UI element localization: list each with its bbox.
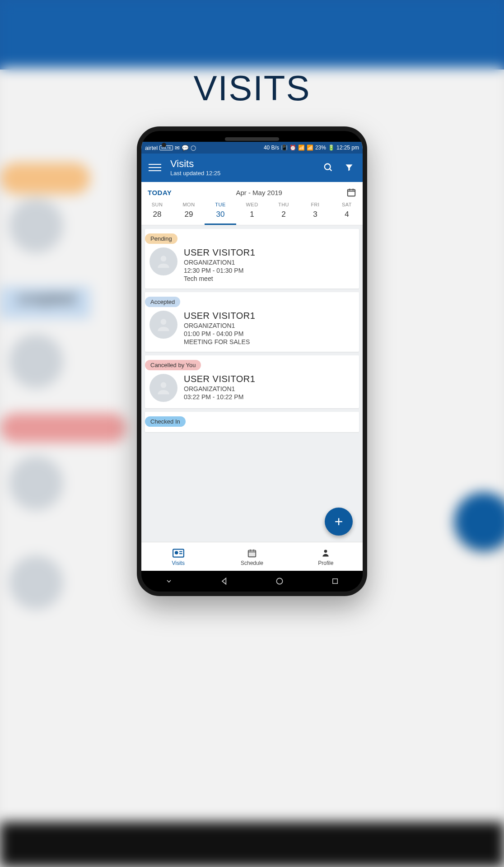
day-abbr: MON — [173, 202, 205, 207]
day-abbr: WED — [236, 202, 268, 207]
visit-card[interactable]: Checked In — [145, 412, 359, 432]
status-badge: Accepted — [145, 297, 180, 307]
day-number: 28 — [141, 210, 173, 219]
nav-recent-icon[interactable] — [329, 575, 341, 587]
svg-line-1 — [330, 168, 332, 171]
svg-point-18 — [324, 550, 327, 553]
battery-icon: 🔋 — [328, 144, 335, 151]
visit-purpose: MEETING FOR SALES — [184, 338, 355, 345]
bottom-tab-bar: Visits Schedule Profile — [141, 542, 363, 571]
svg-point-20 — [277, 578, 283, 584]
day-abbr: FRI — [299, 202, 331, 207]
visit-card[interactable]: Cancelled by You USER VISITOR1 ORGANIZAT… — [145, 355, 359, 408]
visit-card[interactable]: Pending USER VISITOR1 ORGANIZATION1 12:3… — [145, 229, 359, 289]
organization-name: ORGANIZATION1 — [184, 259, 355, 266]
svg-rect-21 — [333, 579, 338, 584]
day-sat[interactable]: SAT 4 — [331, 202, 363, 225]
visits-list[interactable]: Pending USER VISITOR1 ORGANIZATION1 12:3… — [141, 225, 363, 542]
day-number: 4 — [331, 210, 363, 219]
status-badge: Pending — [145, 233, 177, 244]
calendar-icon — [247, 547, 257, 559]
alarm-icon: ⏰ — [289, 144, 296, 151]
mail-icon: ✉ — [175, 144, 180, 151]
person-icon — [321, 547, 330, 559]
id-card-icon — [173, 547, 184, 559]
android-nav-bar — [141, 571, 363, 592]
day-number: 3 — [299, 210, 331, 219]
svg-point-0 — [325, 163, 331, 169]
day-thu[interactable]: THU 2 — [268, 202, 299, 225]
page-title: VISITS — [0, 68, 504, 109]
visitor-name: USER VISITOR1 — [184, 374, 355, 384]
day-mon[interactable]: MON 29 — [173, 202, 205, 225]
status-badge: Cancelled by You — [145, 360, 201, 370]
day-number: 2 — [268, 210, 299, 219]
svg-marker-19 — [222, 578, 226, 584]
add-visit-fab[interactable]: + — [325, 508, 353, 536]
day-number: 29 — [173, 210, 205, 219]
svg-point-10 — [175, 551, 177, 554]
visit-card[interactable]: Accepted USER VISITOR1 ORGANIZATION1 01:… — [145, 292, 359, 352]
header-subtitle: Last updated 12:25 — [170, 170, 314, 177]
svg-point-7 — [161, 319, 167, 325]
wifi-icon: 📶 — [298, 144, 305, 151]
month-range-label[interactable]: Apr - May 2019 — [172, 189, 346, 196]
visit-purpose: Tech meet — [184, 275, 355, 282]
day-abbr: THU — [268, 202, 299, 207]
tab-visits[interactable]: Visits — [141, 542, 215, 571]
visitor-name: USER VISITOR1 — [184, 311, 355, 321]
header-title: Visits — [170, 158, 314, 170]
chat-icon: 💬 — [182, 144, 189, 151]
vibrate-icon: 📳 — [281, 144, 288, 151]
tab-label: Profile — [318, 560, 333, 566]
time-range: 12:30 PM - 01:30 PM — [184, 267, 355, 274]
battery-percent: 23% — [315, 144, 326, 151]
day-abbr: SUN — [141, 202, 173, 207]
carrier-label: airtel — [145, 144, 158, 151]
day-tue[interactable]: TUE 30 — [205, 202, 236, 225]
app-header: Visits Last updated 12:25 — [141, 154, 363, 182]
front-camera — [162, 143, 166, 147]
data-rate: 40 B/s — [264, 144, 279, 151]
speaker-grill — [141, 131, 363, 142]
status-time: 12:25 pm — [336, 144, 359, 151]
tab-profile[interactable]: Profile — [289, 542, 363, 571]
day-sun[interactable]: SUN 28 — [141, 202, 173, 225]
tab-label: Visits — [172, 560, 184, 566]
whatsapp-icon: ◯ — [191, 145, 196, 151]
calendar-icon[interactable] — [346, 187, 356, 197]
day-number: 30 — [205, 210, 236, 219]
today-button[interactable]: TODAY — [148, 189, 172, 196]
search-icon[interactable] — [322, 161, 335, 174]
nav-home-icon[interactable] — [273, 575, 286, 587]
visitor-name: USER VISITOR1 — [184, 247, 355, 258]
filter-icon[interactable] — [343, 161, 355, 174]
svg-point-6 — [161, 256, 167, 261]
status-bar: airtel VoLTE ✉ 💬 ◯ 40 B/s 📳 ⏰ 📶 📶 23% 🔋 … — [141, 142, 363, 154]
hamburger-menu-icon[interactable] — [149, 161, 161, 174]
avatar — [149, 247, 177, 275]
signal-icon: 📶 — [307, 144, 313, 151]
time-range: 01:00 PM - 04:00 PM — [184, 330, 355, 337]
app-screen: airtel VoLTE ✉ 💬 ◯ 40 B/s 📳 ⏰ 📶 📶 23% 🔋 … — [141, 142, 363, 571]
tab-schedule[interactable]: Schedule — [215, 542, 289, 571]
day-abbr: SAT — [331, 202, 363, 207]
nav-chevron-icon[interactable] — [163, 575, 175, 587]
avatar — [149, 374, 177, 402]
day-number: 1 — [236, 210, 268, 219]
day-abbr: TUE — [205, 202, 236, 207]
status-badge: Checked In — [145, 416, 186, 427]
day-wed[interactable]: WED 1 — [236, 202, 268, 225]
organization-name: ORGANIZATION1 — [184, 322, 355, 329]
avatar — [149, 311, 177, 339]
time-range: 03:22 PM - 10:22 PM — [184, 393, 355, 401]
day-fri[interactable]: FRI 3 — [299, 202, 331, 225]
tab-label: Schedule — [241, 560, 263, 566]
svg-rect-2 — [348, 190, 355, 196]
svg-rect-17 — [248, 552, 256, 557]
organization-name: ORGANIZATION1 — [184, 385, 355, 392]
nav-back-icon[interactable] — [218, 575, 231, 587]
week-row: SUN 28MON 29TUE 30WED 1THU 2FRI 3SAT 4 — [141, 199, 363, 225]
calendar-header: TODAY Apr - May 2019 — [141, 182, 363, 199]
svg-point-8 — [161, 382, 167, 388]
